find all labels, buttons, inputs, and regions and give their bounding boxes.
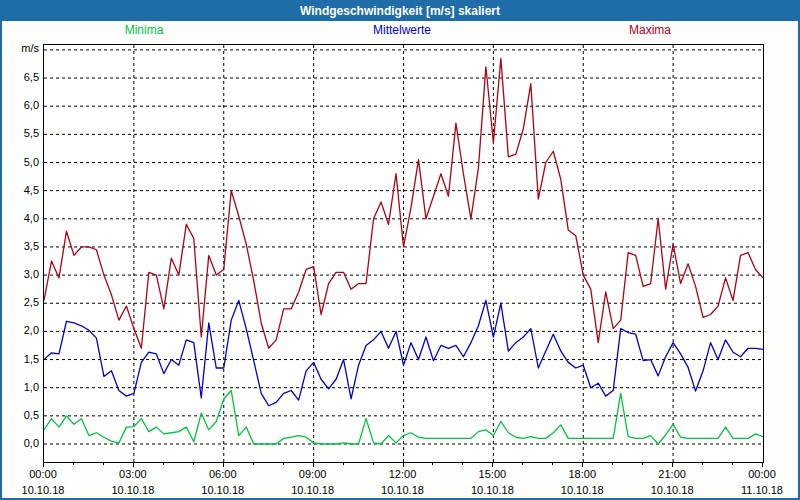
x-major-tick: [223, 462, 224, 467]
x-minor-tick: [522, 462, 523, 465]
x-minor-tick: [702, 462, 703, 465]
y-tick-label: 2,5: [9, 296, 39, 308]
x-minor-tick: [432, 462, 433, 465]
y-tick-label: 5,5: [9, 127, 39, 139]
x-major-tick: [133, 462, 134, 467]
y-tick-label: 1,0: [9, 381, 39, 393]
legend-maxima: Maxima: [590, 23, 710, 37]
x-minor-tick: [253, 462, 254, 465]
x-major-tick: [313, 462, 314, 467]
x-minor-tick: [103, 462, 104, 465]
y-tick-label: 3,0: [9, 268, 39, 280]
y-tick-label: 6,0: [9, 99, 39, 111]
x-minor-tick: [193, 462, 194, 465]
x-tick-time: 15:00: [460, 468, 524, 480]
y-axis-unit-label: m/s: [6, 42, 39, 54]
x-tick-time: 03:00: [101, 468, 165, 480]
y-tick-label: 4,5: [9, 184, 39, 196]
y-tick-label: 5,0: [9, 156, 39, 168]
x-tick-date: 10.10.18: [101, 484, 165, 496]
x-minor-tick: [73, 462, 74, 465]
x-major-tick: [672, 462, 673, 467]
y-tick-label: 1,5: [9, 353, 39, 365]
y-tick-label: 2,0: [9, 324, 39, 336]
x-major-tick: [43, 462, 44, 467]
x-major-tick: [403, 462, 404, 467]
x-tick-date: 10.10.18: [11, 484, 75, 496]
x-tick-date: 10.10.18: [550, 484, 614, 496]
x-tick-time: 00:00: [730, 468, 794, 480]
x-tick-date: 10.10.18: [640, 484, 704, 496]
legend-minima: Minima: [84, 23, 204, 37]
x-major-tick: [582, 462, 583, 467]
x-minor-tick: [462, 462, 463, 465]
legend-mittelwerte: Mittelwerte: [342, 23, 462, 37]
chart-window: Windgeschwindigkeit [m/s] skaliert Minim…: [0, 0, 800, 500]
x-major-tick: [762, 462, 763, 467]
x-tick-time: 12:00: [371, 468, 435, 480]
x-minor-tick: [612, 462, 613, 465]
window-title: Windgeschwindigkeit [m/s] skaliert: [2, 2, 798, 21]
x-tick-date: 11.10.18: [730, 484, 794, 496]
y-tick-label: 3,5: [9, 240, 39, 252]
y-tick-label: 4,0: [9, 212, 39, 224]
x-tick-date: 10.10.18: [191, 484, 255, 496]
x-tick-date: 10.10.18: [281, 484, 345, 496]
x-tick-time: 06:00: [191, 468, 255, 480]
x-tick-date: 10.10.18: [460, 484, 524, 496]
x-minor-tick: [343, 462, 344, 465]
x-tick-date: 10.10.18: [371, 484, 435, 496]
x-major-tick: [492, 462, 493, 467]
x-tick-time: 18:00: [550, 468, 614, 480]
x-minor-tick: [552, 462, 553, 465]
y-tick-label: 0,0: [9, 437, 39, 449]
x-minor-tick: [732, 462, 733, 465]
y-tick-label: 6,5: [9, 71, 39, 83]
chart-plot-area: [43, 44, 764, 463]
x-minor-tick: [283, 462, 284, 465]
x-minor-tick: [373, 462, 374, 465]
x-tick-time: 09:00: [281, 468, 345, 480]
x-tick-time: 21:00: [640, 468, 704, 480]
x-minor-tick: [163, 462, 164, 465]
x-tick-time: 00:00: [11, 468, 75, 480]
chart-canvas: [44, 45, 763, 462]
x-minor-tick: [642, 462, 643, 465]
y-tick-label: 0,5: [9, 409, 39, 421]
